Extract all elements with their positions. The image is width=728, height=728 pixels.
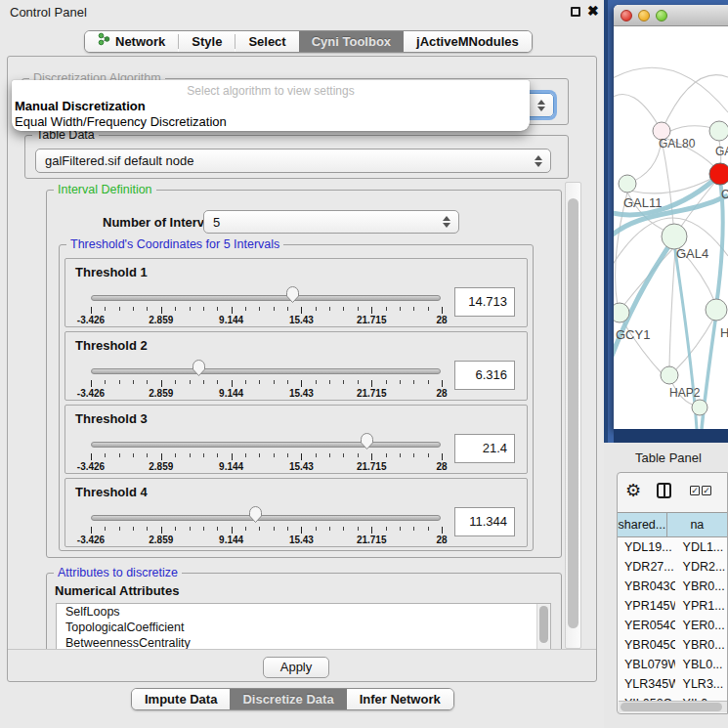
top-tab-bar: Network Style Select Cyni Toolbox jActiv… [84, 30, 533, 53]
tick-label: 2.859 [149, 535, 173, 545]
table-row[interactable]: YER054CYER0... [618, 616, 727, 635]
tick-label: 21.715 [357, 535, 387, 545]
node-label: C [721, 188, 728, 201]
tab-select[interactable]: Select [236, 31, 298, 52]
table-cell: YER054C [618, 616, 675, 635]
slider-thumb[interactable] [248, 505, 263, 524]
panel-footer: Apply [8, 649, 596, 681]
tab-impute-data[interactable]: Impute Data [132, 689, 230, 709]
slider-tick-labels: -3.4262.8599.14415.4321.71528 [91, 388, 442, 400]
network-graph [614, 26, 728, 429]
threshold-box: Threshold 4 -3.4262.8599.14415.4321.7152… [64, 478, 528, 547]
interval-definition-group: Interval Definition Number of Intervals … [46, 190, 562, 558]
scrollbar-thumb[interactable] [539, 606, 548, 643]
tick-label: 28 [436, 461, 447, 472]
numerical-attributes-label: Numerical Attributes [55, 583, 179, 598]
thresholds-group: Threshold's Coordinates for 5 Intervals … [59, 244, 534, 551]
attribute-list-scrollbar[interactable] [536, 604, 550, 649]
tab-style[interactable]: Style [179, 31, 235, 52]
slider-track[interactable] [91, 442, 441, 448]
slider-thumb[interactable] [192, 359, 206, 377]
attribute-item[interactable]: SelfLoops [57, 604, 550, 620]
attributes-group: Attributes to discretize Numerical Attri… [46, 573, 562, 649]
table-cell: YBR0... [675, 577, 727, 596]
right-region: GAL80GACGAL11GAL4GCY1HHAP2 Table Panel ⚙… [604, 0, 728, 728]
threshold-value-field[interactable]: 11.344 [454, 507, 515, 536]
slider-track[interactable] [91, 515, 441, 521]
network-window-titlebar[interactable] [614, 5, 728, 26]
tab-infer-network-label: Infer Network [360, 689, 441, 710]
threshold-value-field[interactable]: 21.4 [454, 434, 515, 463]
group-title-thresholds: Threshold's Coordinates for 5 Intervals [66, 237, 283, 251]
vertical-scrollbar[interactable] [565, 182, 581, 649]
tick-label: 21.715 [357, 315, 387, 325]
table-row[interactable]: YDL19...YDL1... [618, 537, 727, 557]
gear-icon[interactable]: ⚙ [625, 481, 641, 500]
table-cell: YBR045C [618, 635, 675, 655]
apply-button[interactable]: Apply [263, 657, 329, 678]
numerical-attributes-list[interactable]: SelfLoopsTopologicalCoefficientBetweenne… [56, 603, 551, 649]
checkbox-icon[interactable]: ✓ [690, 486, 700, 495]
tick-label: 9.144 [219, 535, 243, 545]
mac-zoom-button[interactable] [656, 10, 667, 21]
algorithm-dropdown-popup: Select algorithm to view settings Manual… [12, 80, 530, 131]
tick-label: 21.715 [357, 461, 387, 472]
attribute-item[interactable]: TopologicalCoefficient [57, 620, 550, 635]
table-cell: YBL079W [618, 655, 675, 674]
slider-thumb[interactable] [360, 432, 374, 450]
slider-tick-labels: -3.4262.8599.14415.4321.71528 [91, 535, 442, 546]
mac-minimize-button[interactable] [638, 10, 650, 21]
tab-infer-network[interactable]: Infer Network [347, 689, 453, 709]
table-row[interactable]: YBR043CYBR0... [618, 577, 727, 596]
network-canvas[interactable]: GAL80GACGAL11GAL4GCY1HHAP2 [614, 26, 728, 429]
table-cell: YBR043C [618, 577, 675, 596]
threshold-value-field[interactable]: 14.713 [454, 287, 515, 317]
checkbox-icon[interactable]: ✓ [702, 486, 711, 495]
tick-label: 2.859 [149, 388, 173, 399]
table-row[interactable]: YDR27...YDR2... [618, 557, 727, 577]
tick-label: -3.426 [77, 388, 105, 399]
node-label: H [720, 325, 728, 340]
close-icon[interactable]: ✖ [587, 3, 599, 19]
slider-thumb[interactable] [285, 285, 300, 304]
tick-label: 28 [436, 388, 447, 399]
tab-jactivemnodules[interactable]: jActiveMNodules [404, 31, 532, 52]
number-of-intervals-combobox[interactable]: 5 [203, 210, 459, 234]
table-cell: YPR145W [618, 596, 675, 616]
cyni-toolbox-panel: Discretization Algorithm Select algorith… [7, 56, 597, 682]
table-row[interactable]: YLR345WYLR3... [618, 674, 727, 694]
split-panel-icon[interactable] [657, 483, 671, 498]
scrollbar-thumb[interactable] [621, 703, 722, 711]
table-data-value: galFiltered.sif default node [45, 150, 193, 173]
tick-label: 15.43 [289, 315, 314, 325]
tab-network[interactable]: Network [85, 31, 178, 52]
group-title-attributes: Attributes to discretize [54, 566, 182, 579]
node-label: GCY1 [616, 327, 650, 342]
float-panel-icon[interactable] [571, 7, 580, 17]
threshold-box: Threshold 2 -3.4262.8599.14415.4321.7152… [64, 331, 528, 401]
horizontal-scrollbar[interactable] [619, 701, 728, 712]
slider-track[interactable] [91, 295, 441, 301]
tab-cyni-toolbox[interactable]: Cyni Toolbox [299, 31, 404, 52]
network-view-window[interactable]: GAL80GACGAL11GAL4GCY1HHAP2 [614, 5, 728, 429]
tick-label: 15.43 [289, 388, 314, 399]
table-cell: YER0... [675, 616, 727, 635]
table-row[interactable]: YBL079WYBL0... [618, 655, 727, 674]
column-header-name[interactable]: na [667, 513, 727, 536]
table-data-group: Table Data galFiltered.sif default node [24, 135, 569, 179]
algorithm-option-manual[interactable]: Manual Discretization [12, 98, 530, 113]
table-row[interactable]: YPR145WYPR1... [618, 596, 727, 616]
column-header-shared-name[interactable]: shared... [618, 513, 667, 536]
tab-discretize-data[interactable]: Discretize Data [230, 689, 346, 709]
node-label: HAP2 [669, 386, 700, 400]
tick-label: 28 [436, 535, 447, 545]
table-data-combobox[interactable]: galFiltered.sif default node [35, 149, 551, 173]
attribute-item[interactable]: BetweennessCentrality [57, 635, 550, 649]
mac-close-button[interactable] [621, 10, 632, 21]
table-row[interactable]: YBR045CYBR0... [618, 635, 727, 655]
algorithm-option-equal-width[interactable]: Equal Width/Frequency Discretization [12, 113, 530, 129]
tick-label: 9.144 [219, 461, 243, 472]
scrollbar-thumb[interactable] [568, 198, 578, 628]
threshold-value-field[interactable]: 6.316 [454, 361, 515, 390]
slider-track[interactable] [91, 368, 441, 374]
